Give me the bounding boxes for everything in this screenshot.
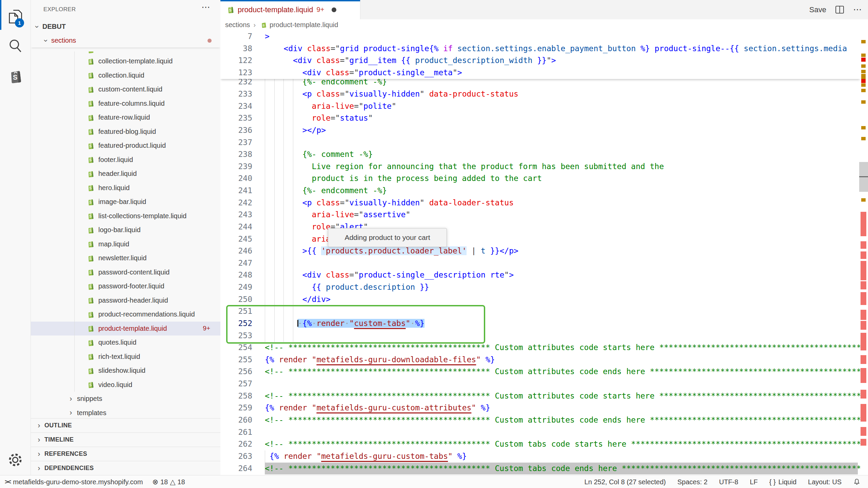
line-number: 262 — [220, 438, 252, 450]
code-line[interactable]: {%- comment -%} — [265, 148, 373, 161]
folder-templates[interactable]: ›templates — [31, 406, 220, 420]
code-line[interactable]: {% render "metafields-guru-custom-tabs" … — [265, 450, 467, 463]
code-line[interactable]: aria-live="assertive" — [265, 209, 410, 221]
indentation-setting[interactable]: Spaces: 2 — [677, 478, 708, 486]
code-line[interactable]: <div class="grid product-single{% if sec… — [265, 43, 847, 55]
problems-indicator[interactable]: ⊗ 18 △ 18 — [152, 478, 185, 486]
editor-more-actions-icon[interactable]: ⋯ — [853, 4, 862, 15]
file-item[interactable]: Sheader.liquid — [31, 167, 220, 181]
file-item[interactable]: Sfeature-row.liquid — [31, 110, 220, 125]
folder-sections[interactable]: › sections — [31, 34, 220, 47]
warning-icon: △ — [170, 478, 175, 486]
code-line[interactable]: <div class="product-single__meta"> — [265, 67, 462, 79]
language-mode[interactable]: { } Liquid — [769, 478, 796, 486]
split-editor-icon[interactable] — [835, 5, 844, 14]
sidebar-title: EXPLORER — [43, 6, 76, 13]
workspace-root[interactable]: › DEBUT — [31, 20, 220, 34]
shopify-file-icon: S — [87, 268, 94, 276]
code-line[interactable]: <p class="visually-hidden" data-loader-s… — [265, 197, 514, 209]
code-line[interactable]: <!-- ***********************************… — [265, 414, 860, 426]
file-name: feature-row.liquid — [98, 114, 150, 121]
file-item[interactable]: Snewsletter.liquid — [31, 251, 220, 265]
file-item[interactable]: Sfeatured-product.liquid — [31, 139, 220, 153]
explorer-more-actions-icon[interactable]: ⋯ — [201, 2, 210, 13]
file-item[interactable]: Scollection-template.liquid — [31, 54, 220, 68]
code-line[interactable]: <!-- ***********************************… — [265, 342, 860, 354]
file-item[interactable]: Scollection.liquid — [31, 68, 220, 83]
code-line[interactable]: {% render "metafields-guru-downloadable-… — [265, 354, 495, 366]
chevron-right-icon: › — [67, 394, 74, 403]
code-line[interactable]: <!-- ***********************************… — [265, 390, 860, 402]
code-line[interactable]: {% render "metafields-guru-custom-attrib… — [265, 402, 490, 414]
breadcrumb-file[interactable]: S product-template.liquid — [260, 21, 338, 29]
svg-text:S: S — [89, 186, 92, 190]
shopify-file-icon: S — [87, 72, 94, 79]
file-item[interactable]: Spassword-footer.liquid — [31, 279, 220, 293]
panel-timeline[interactable]: ›TIMELINE — [31, 432, 220, 447]
unsaved-dot-icon[interactable] — [332, 7, 336, 12]
breadcrumb-folder[interactable]: sections — [225, 21, 250, 29]
line-number: 238 — [220, 148, 252, 161]
file-item[interactable]: Sfeatured-blog.liquid — [31, 125, 220, 139]
explorer-icon[interactable]: 1 — [0, 3, 31, 30]
file-item[interactable]: Squotes.liquid — [31, 336, 220, 350]
file-item[interactable]: Sfeature-columns.liquid — [31, 97, 220, 111]
file-item[interactable]: Spassword-content.liquid — [31, 265, 220, 280]
tree-indent-guide — [74, 52, 75, 392]
file-item[interactable]: Simage-bar.liquid — [31, 195, 220, 209]
code-line[interactable]: aria-live="polite" — [265, 100, 396, 113]
file-list: Scollection-template.liquidScollection.l… — [31, 52, 220, 420]
file-item[interactable]: Scustom-content.liquid — [31, 82, 220, 97]
code-line[interactable]: <div class="product-single__description … — [265, 269, 514, 281]
code-line[interactable]: Live region for announcing that the prod… — [265, 161, 664, 173]
file-name: video.liquid — [98, 381, 132, 389]
file-item[interactable]: Sslideshow.liquid — [31, 364, 220, 378]
code-line[interactable]: <p class="visually-hidden" data-product-… — [265, 88, 518, 100]
panel-outline[interactable]: ›OUTLINE — [31, 418, 220, 432]
code-line[interactable]: {{ product.description }} — [265, 281, 429, 293]
shopify-file-icon: S — [87, 255, 94, 262]
layout-setting[interactable]: Layout: US — [808, 478, 842, 486]
file-item[interactable]: Sproduct-template.liquid9+ — [31, 322, 220, 336]
file-item[interactable]: Slist-collections-template.liquid — [31, 209, 220, 223]
sticky-scroll[interactable]: 7>38 <div class="grid product-single{% i… — [220, 30, 860, 79]
code-line[interactable]: <!-- ***********************************… — [265, 366, 860, 378]
encoding-setting[interactable]: UTF-8 — [719, 478, 738, 486]
file-item[interactable]: Svideo.liquid — [31, 378, 220, 392]
code-line[interactable]: </div> — [265, 293, 331, 306]
file-item[interactable]: Shero.liquid — [31, 181, 220, 195]
file-item[interactable]: Smap.liquid — [31, 237, 220, 251]
code-line[interactable]: <!-- ***********************************… — [265, 463, 858, 475]
save-button[interactable]: Save — [809, 5, 826, 14]
settings-gear-icon[interactable] — [0, 447, 31, 473]
code-line[interactable]: <div class="grid__item {{ product_descri… — [265, 55, 556, 67]
shopify-file-icon: S — [226, 6, 234, 14]
file-item[interactable]: Sproduct-recommendations.liquid — [31, 307, 220, 322]
remote-indicator[interactable]: >< metafields-guru-demo-store.myshopify.… — [5, 478, 143, 486]
panel-references[interactable]: ›REFERENCES — [31, 447, 220, 461]
code-line[interactable]: > — [265, 30, 270, 43]
file-item[interactable]: Srich-text.liquid — [31, 350, 220, 364]
code-line[interactable]: <!-- ***********************************… — [265, 438, 860, 450]
panel-dependencies[interactable]: ›DEPENDENCIES — [31, 461, 220, 475]
eol-setting[interactable]: LF — [750, 478, 757, 486]
shopify-file-icon: S — [87, 353, 94, 360]
notifications-bell-icon[interactable] — [853, 478, 861, 486]
code-line[interactable]: {%- endcomment -%} — [265, 185, 387, 197]
overview-ruler[interactable] — [860, 19, 868, 475]
code-editor[interactable]: 232 {%- endcomment -%}233 <p class="visu… — [220, 30, 860, 475]
file-item[interactable]: Sfooter.liquid — [31, 153, 220, 167]
panel-title: OUTLINE — [44, 422, 72, 429]
search-icon[interactable] — [0, 33, 31, 59]
shopify-extension-icon[interactable]: S — [0, 63, 31, 89]
code-line[interactable]: ></p> — [265, 124, 326, 137]
code-line[interactable]: ·{%·render·"custom-tabs"·%} — [265, 318, 425, 330]
shopify-file-icon: S — [87, 128, 94, 135]
code-line[interactable]: role="status" — [265, 112, 373, 124]
tab-product-template[interactable]: S product-template.liquid 9+ — [220, 0, 360, 19]
file-item[interactable]: Slogo-bar.liquid — [31, 223, 220, 237]
code-line[interactable]: product is in the process being added to… — [265, 172, 542, 185]
cursor-position[interactable]: Ln 252, Col 8 (27 selected) — [585, 478, 666, 486]
file-item[interactable]: Spassword-header.liquid — [31, 293, 220, 308]
folder-snippets[interactable]: ›snippets — [31, 392, 220, 406]
